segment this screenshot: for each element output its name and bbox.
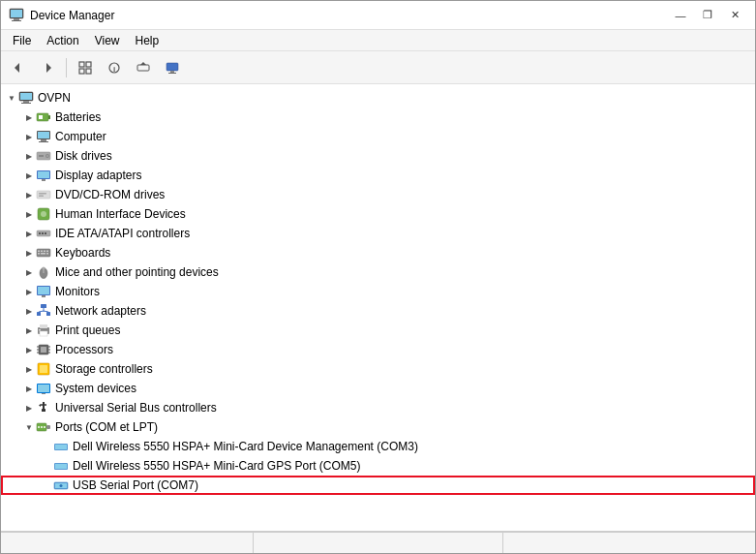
update-driver-button[interactable] [130,55,157,80]
menu-file[interactable]: File [5,32,39,49]
back-button[interactable] [5,55,32,80]
tree-item-ports[interactable]: ▼ Ports (COM et LPT) [1,417,755,437]
keyboards-icon [36,245,51,261]
tree-item-print[interactable]: ▶ Print queues [1,321,755,340]
status-bar [1,532,755,553]
svg-point-89 [44,426,45,428]
svg-point-30 [46,155,48,157]
svg-rect-45 [38,251,40,253]
port1-label: Dell Wireless 5550 HSPA+ Mini-Card Devic… [73,440,418,453]
svg-line-62 [39,311,44,312]
tree-item-ide[interactable]: ▶ IDE ATA/ATAPI controllers [1,224,755,243]
tree-item-processors[interactable]: ▶ Processors [1,340,755,359]
properties-icon: i [107,61,121,75]
tree-root[interactable]: ▼ OVPN [1,88,755,108]
tree-item-storage[interactable]: ▶ Storage controllers [1,359,755,379]
grid-icon [78,61,92,75]
menu-action[interactable]: Action [39,32,86,49]
computer-label: Computer [55,130,106,143]
monitors-label: Monitors [55,285,100,298]
svg-rect-6 [79,62,84,67]
svg-rect-41 [39,232,41,234]
svg-point-87 [38,426,40,428]
display-adapters-label: Display adapters [55,169,141,182]
print-expand-arrow: ▶ [22,323,36,337]
port2-icon [53,458,69,474]
svg-line-63 [44,311,48,312]
svg-rect-9 [86,69,91,74]
content-area: ▼ OVPN ▶ [1,84,755,532]
network-label: Network adapters [55,304,146,318]
tree-item-port1[interactable]: ▶ Dell Wireless 5550 HSPA+ Mini-Card Dev… [1,437,755,456]
tree-item-batteries[interactable]: ▶ Batteries [1,108,755,127]
tree-item-port2[interactable]: ▶ Dell Wireless 5550 HSPA+ Mini-Card GPS… [1,456,755,476]
svg-point-39 [41,211,46,217]
svg-marker-83 [39,404,41,407]
system-expand-arrow: ▶ [22,382,36,395]
tree-item-disk-drives[interactable]: ▶ Disk drives [1,146,755,166]
tree-item-port3[interactable]: ▶ USB Serial Port (COM7) [1,476,755,495]
svg-rect-67 [39,329,41,331]
tree-item-keyboards[interactable]: ▶ Keyboards [1,243,755,262]
show-hidden-button[interactable] [72,55,99,80]
svg-rect-42 [42,232,44,234]
forward-button[interactable] [34,55,61,80]
close-button[interactable]: ✕ [722,6,747,25]
window-title: Device Manager [30,9,114,22]
svg-rect-31 [39,155,44,157]
ide-label: IDE ATA/ATAPI controllers [55,227,190,240]
svg-rect-7 [86,62,91,67]
svg-rect-37 [39,196,44,198]
batteries-icon [36,109,51,125]
storage-expand-arrow: ▶ [22,362,36,376]
minimize-button[interactable]: — [668,6,693,25]
tree-item-network[interactable]: ▶ Network adapters [1,301,755,321]
svg-rect-59 [37,312,41,316]
monitor-button[interactable] [159,55,186,80]
computer-expand-arrow: ▶ [22,130,36,143]
svg-rect-25 [38,132,49,138]
ide-icon [36,226,51,241]
svg-point-96 [60,484,63,487]
dvd-cdrom-label: DVD/CD-ROM drives [55,188,165,201]
tree-item-usb[interactable]: ▶ Universal Serial Bus controllers [1,398,755,417]
storage-icon [36,361,51,377]
tree-item-dvd-cdrom[interactable]: ▶ DVD/CD-ROM drives [1,185,755,204]
storage-label: Storage controllers [55,362,153,376]
svg-rect-91 [55,445,67,449]
scan-icon [136,61,150,75]
processors-icon [36,342,51,357]
tree-item-system[interactable]: ▶ System devices [1,379,755,398]
tree-item-mice[interactable]: ▶ Mice and other pointing devices [1,262,755,282]
mice-label: Mice and other pointing devices [55,265,219,279]
properties-button[interactable]: i [101,55,128,80]
keyboards-label: Keyboards [55,246,110,260]
forward-icon [41,61,54,75]
svg-rect-15 [170,71,174,73]
menu-view[interactable]: View [87,32,128,49]
tree-item-monitors[interactable]: ▶ Monitors [1,282,755,301]
maximize-button[interactable]: ❐ [695,6,720,25]
batteries-label: Batteries [55,110,101,124]
svg-rect-84 [42,409,45,412]
svg-rect-49 [38,253,40,255]
disk-drives-icon [36,148,51,164]
monitors-icon [36,284,51,299]
usb-label: Universal Serial Bus controllers [55,401,217,415]
ide-expand-arrow: ▶ [22,227,36,240]
svg-rect-60 [46,312,50,316]
tree-item-display-adapters[interactable]: ▶ Display adapters [1,166,755,185]
print-label: Print queues [55,323,120,337]
root-label: OVPN [38,91,71,105]
title-bar-controls: — ❐ ✕ [668,6,747,25]
device-tree[interactable]: ▼ OVPN ▶ [1,84,755,531]
display-expand-arrow: ▶ [22,169,36,182]
svg-rect-58 [41,304,46,308]
status-segment-1 [5,533,254,553]
svg-marker-4 [15,63,19,73]
svg-rect-86 [46,425,50,429]
tree-item-hid[interactable]: ▶ Human Interface Devices [1,204,755,224]
device-manager-window: Device Manager — ❐ ✕ File Action View He… [0,0,756,554]
tree-item-computer[interactable]: ▶ Computer [1,127,755,146]
menu-help[interactable]: Help [128,32,167,49]
